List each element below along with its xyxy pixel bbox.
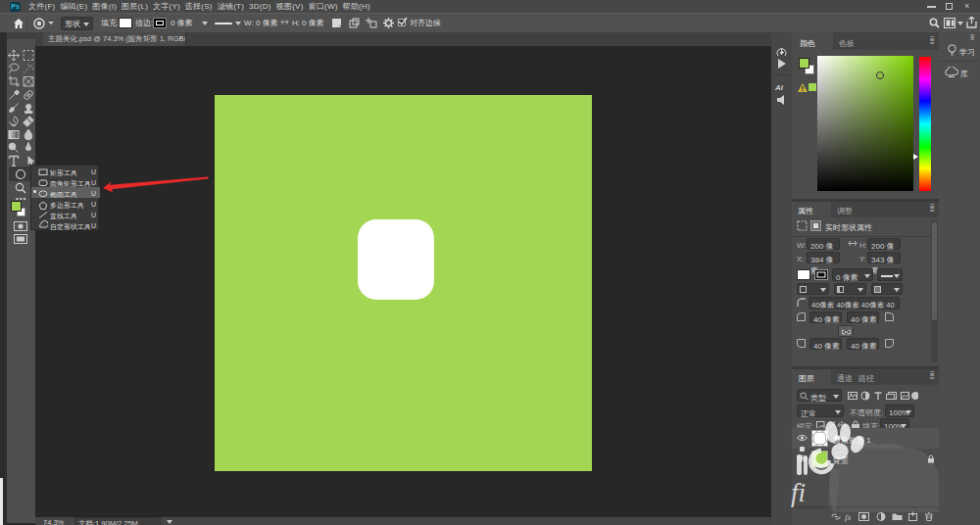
svg-text:fx: fx [845,512,852,522]
